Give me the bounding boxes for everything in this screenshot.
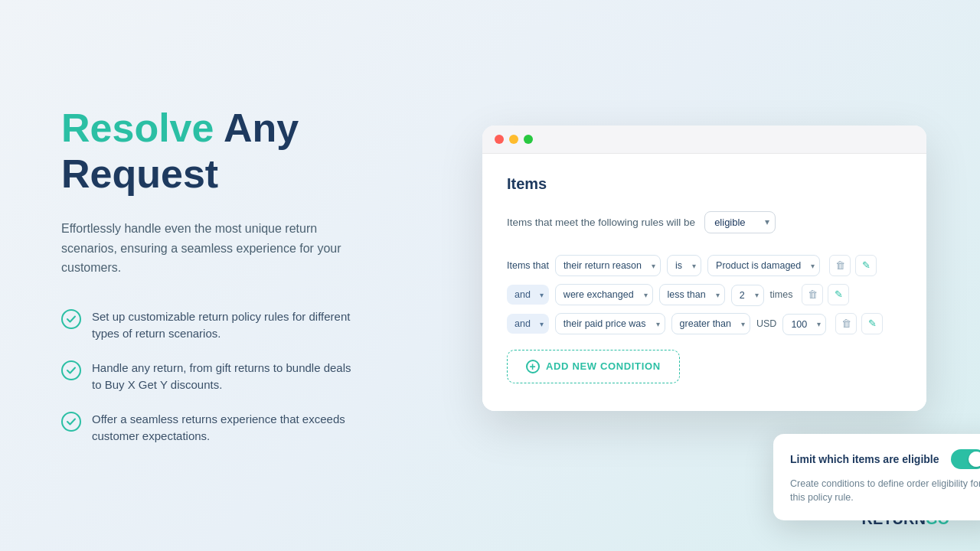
right-panel: Items Items that meet the following rule… [429, 0, 980, 551]
eligible-select-wrapper[interactable]: eligible ineligible [704, 211, 776, 233]
row2-prefix[interactable]: and [507, 285, 549, 305]
row2-field1[interactable]: were exchanged [555, 284, 653, 305]
row3-field2[interactable]: greater than [671, 313, 750, 334]
row3-edit-button[interactable]: ✎ [861, 313, 883, 334]
browser-bar [482, 126, 926, 154]
row3-delete-button[interactable]: 🗑 [835, 313, 857, 334]
row3-field3-wrapper[interactable]: 100 [782, 317, 826, 331]
svg-point-2 [62, 412, 80, 431]
row1-field1[interactable]: their return reason [555, 255, 661, 276]
row1-actions: 🗑 ✎ [829, 255, 877, 276]
dot-red [495, 135, 504, 144]
svg-point-0 [62, 310, 80, 328]
condition-row-3: and their paid price was greater than US… [507, 313, 902, 334]
row3-field1[interactable]: their paid price was [555, 313, 665, 334]
browser-window: Items Items that meet the following rule… [482, 126, 926, 411]
info-card-description: Create conditions to define order eligib… [790, 477, 980, 506]
eligible-select[interactable]: eligible ineligible [704, 211, 776, 233]
check-icon-3 [61, 412, 81, 432]
row2-field3[interactable]: 2 [731, 285, 764, 306]
check-icon-2 [61, 360, 81, 380]
feature-item-1: Set up customizable return policy rules … [61, 308, 383, 343]
row3-actions: 🗑 ✎ [835, 313, 883, 334]
feature-text-2: Handle any return, from gift returns to … [92, 360, 352, 394]
feature-text-3: Offer a seamless returns experience that… [92, 411, 352, 445]
feature-list: Set up customizable return policy rules … [61, 308, 383, 445]
row2-field1-wrapper[interactable]: were exchanged [555, 284, 653, 305]
left-panel: Resolve AnyRequest Effortlessly handle e… [0, 60, 429, 491]
row1-field3[interactable]: Product is damaged [707, 255, 820, 276]
row1-prefix: Items that [507, 260, 549, 271]
row2-actions: 🗑 ✎ [802, 284, 849, 305]
row2-field2-wrapper[interactable]: less than [659, 284, 725, 305]
hero-title: Resolve AnyRequest [61, 106, 383, 197]
info-card: Limit which items are eligible Create co… [773, 434, 980, 521]
row3-field3[interactable]: 100 [782, 314, 826, 335]
row2-suffix: times [770, 289, 793, 300]
add-condition-button[interactable]: + ADD NEW CONDITION [507, 350, 680, 383]
row2-field3-wrapper[interactable]: 2 [731, 288, 764, 302]
condition-row-1: Items that their return reason is Produc… [507, 255, 902, 276]
row1-field2[interactable]: is [667, 255, 701, 276]
row1-field1-wrapper[interactable]: their return reason [555, 255, 661, 276]
feature-item-3: Offer a seamless returns experience that… [61, 411, 383, 445]
row2-field2[interactable]: less than [659, 284, 725, 305]
row3-field2-wrapper[interactable]: greater than [671, 313, 750, 334]
row1-delete-button[interactable]: 🗑 [829, 255, 851, 276]
section-title: Items [507, 175, 902, 193]
browser-content: Items Items that meet the following rule… [482, 154, 926, 411]
check-icon-1 [61, 309, 81, 329]
dot-yellow [509, 135, 518, 144]
feature-item-2: Handle any return, from gift returns to … [61, 360, 383, 394]
row2-delete-button[interactable]: 🗑 [802, 284, 823, 305]
info-card-title: Limit which items are eligible [790, 453, 939, 465]
feature-text-1: Set up customizable return policy rules … [92, 308, 352, 343]
toggle-switch[interactable] [951, 449, 980, 469]
row2-edit-button[interactable]: ✎ [828, 284, 849, 305]
hero-title-highlight: Resolve [61, 106, 214, 150]
dot-green [524, 135, 533, 144]
info-card-header: Limit which items are eligible [790, 449, 980, 469]
row1-edit-button[interactable]: ✎ [855, 255, 877, 276]
row1-field2-wrapper[interactable]: is [667, 255, 701, 276]
condition-row-2: and were exchanged less than 2 times 🗑 ✎ [507, 284, 902, 305]
conditions-list: Items that their return reason is Produc… [507, 255, 902, 334]
eligible-label: Items that meet the following rules will… [507, 217, 695, 228]
row3-prefix[interactable]: and [507, 314, 549, 334]
hero-description: Effortlessly handle even the most unique… [61, 219, 352, 278]
row3-field1-wrapper[interactable]: their paid price was [555, 313, 665, 334]
add-condition-label: ADD NEW CONDITION [546, 360, 661, 372]
svg-point-1 [62, 361, 80, 380]
row3-currency: USD [756, 318, 776, 329]
row1-field3-wrapper[interactable]: Product is damaged [707, 255, 820, 276]
plus-circle-icon: + [526, 360, 540, 373]
eligible-row: Items that meet the following rules will… [507, 211, 902, 233]
